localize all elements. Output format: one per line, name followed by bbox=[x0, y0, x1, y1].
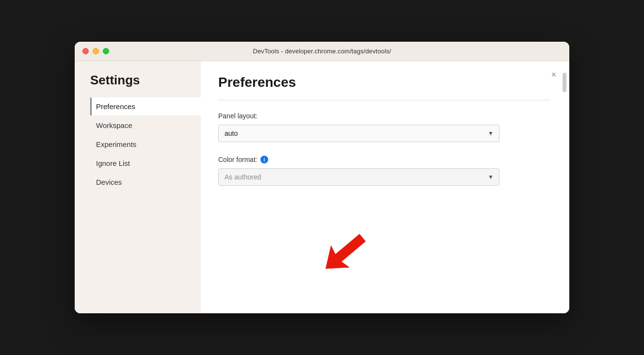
color-format-label: Color format: bbox=[218, 156, 258, 163]
dialog-body: Settings Preferences Workspace Experimen… bbox=[75, 61, 569, 313]
color-format-info-icon[interactable]: i bbox=[260, 156, 268, 163]
sidebar-item-devices[interactable]: Devices bbox=[90, 173, 201, 191]
titlebar-title: DevTools - developer.chrome.com/tags/dev… bbox=[253, 48, 391, 55]
scrollbar-track[interactable] bbox=[563, 71, 566, 313]
close-dialog-button[interactable]: × bbox=[548, 69, 560, 81]
color-format-section: Color format: i As authored bbox=[218, 156, 550, 186]
scrollbar-thumb[interactable] bbox=[563, 73, 566, 92]
main-content: × Preferences Panel layout: auto horizon… bbox=[201, 61, 569, 313]
sidebar: Settings Preferences Workspace Experimen… bbox=[75, 61, 201, 313]
panel-layout-select-wrapper: auto horizontal vertical ▼ bbox=[218, 125, 499, 142]
panel-layout-select[interactable]: auto horizontal vertical bbox=[218, 125, 499, 142]
sidebar-item-experiments[interactable]: Experiments bbox=[90, 135, 201, 153]
window-wrapper: DevTools - developer.chrome.com/tags/dev… bbox=[55, 27, 589, 328]
sidebar-heading: Settings bbox=[90, 73, 201, 88]
sidebar-nav: Preferences Workspace Experiments Ignore… bbox=[90, 97, 201, 191]
maximize-window-button[interactable] bbox=[103, 48, 109, 54]
app-window: DevTools - developer.chrome.com/tags/dev… bbox=[75, 42, 569, 313]
panel-layout-section: Panel layout: auto horizontal vertical ▼ bbox=[218, 112, 550, 142]
content-divider bbox=[218, 100, 550, 100]
traffic-lights bbox=[82, 48, 109, 54]
sidebar-item-preferences[interactable]: Preferences bbox=[90, 97, 201, 115]
color-format-select[interactable]: As authored HEX RGB HSL bbox=[218, 168, 499, 186]
minimize-window-button[interactable] bbox=[93, 48, 99, 54]
color-format-label-row: Color format: i bbox=[218, 156, 550, 163]
color-format-select-wrapper: As authored HEX RGB HSL ▼ bbox=[218, 168, 499, 186]
content-title: Preferences bbox=[218, 75, 550, 90]
close-window-button[interactable] bbox=[82, 48, 89, 54]
titlebar: DevTools - developer.chrome.com/tags/dev… bbox=[75, 42, 569, 61]
sidebar-item-ignore-list[interactable]: Ignore List bbox=[90, 154, 201, 172]
arrow-annotation bbox=[325, 233, 383, 284]
svg-marker-0 bbox=[325, 233, 372, 280]
panel-layout-label: Panel layout: bbox=[218, 112, 550, 120]
sidebar-item-workspace[interactable]: Workspace bbox=[90, 116, 201, 134]
